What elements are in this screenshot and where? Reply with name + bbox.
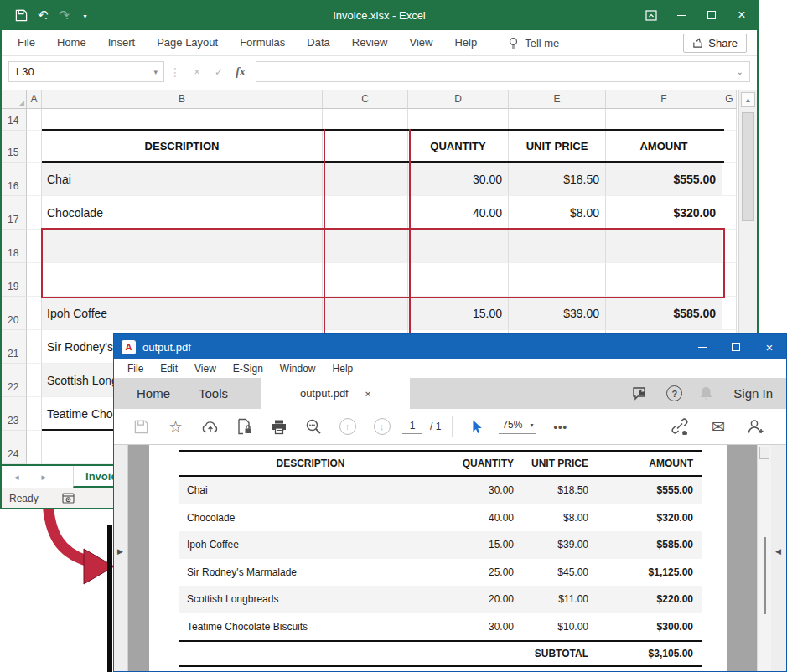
pdf-menu-view[interactable]: View — [186, 363, 225, 375]
share-cloud-button[interactable] — [193, 419, 227, 435]
pdf-scroll-up-button[interactable] — [759, 447, 769, 459]
cell-D20[interactable]: 15.00 — [408, 297, 509, 330]
star-favorite-button[interactable]: ☆ — [158, 419, 193, 435]
more-tools-button[interactable]: ••• — [553, 421, 567, 433]
cell-B20[interactable]: Ipoh Coffee — [42, 297, 323, 330]
save-icon[interactable] — [15, 9, 28, 22]
row-header-19[interactable]: 19 — [2, 263, 27, 297]
macro-record-button[interactable] — [62, 493, 75, 504]
pdf-menu-file[interactable]: File — [119, 363, 152, 375]
name-box[interactable]: L30 ▾ — [8, 61, 164, 82]
ribbon-tab-formulas[interactable]: Formulas — [229, 30, 296, 55]
right-panel-strip[interactable]: ◀ — [771, 445, 786, 671]
column-header-C[interactable]: C — [323, 90, 408, 109]
previous-page-button[interactable]: ↑ — [330, 418, 365, 435]
excel-minimize-button[interactable] — [666, 0, 696, 30]
select-tool-button[interactable] — [463, 419, 489, 435]
scroll-up-button[interactable]: ▲ — [741, 92, 755, 107]
cell-F17[interactable]: $320.00 — [606, 196, 722, 230]
column-header-F[interactable]: F — [606, 90, 722, 109]
sign-in-button[interactable]: Sign In — [733, 386, 773, 401]
row-header-21[interactable]: 21 — [2, 330, 27, 364]
ribbon-tab-data[interactable]: Data — [296, 30, 340, 55]
row-header-15[interactable]: 15 — [2, 131, 27, 163]
formula-cancel-button[interactable]: × — [186, 61, 208, 82]
cell-A21[interactable] — [27, 330, 42, 364]
cell-D17[interactable]: 40.00 — [408, 196, 509, 230]
ribbon-tab-view[interactable]: View — [398, 30, 443, 55]
cell-C18[interactable] — [323, 230, 408, 263]
email-icon[interactable]: ✉ — [712, 419, 725, 435]
cell-B18[interactable] — [42, 230, 323, 263]
cell-D14[interactable] — [408, 109, 509, 131]
cell-G19[interactable] — [722, 263, 737, 297]
pdf-vertical-scrollbar[interactable] — [757, 445, 771, 671]
cell-B14[interactable] — [42, 109, 323, 131]
page-number-input[interactable]: 1 — [402, 420, 422, 434]
cell-G17[interactable] — [722, 196, 737, 230]
share-link-icon[interactable] — [670, 418, 690, 435]
tab-document[interactable]: output.pdf × — [261, 378, 410, 409]
notifications-bell-icon[interactable] — [699, 385, 713, 401]
cell-F18[interactable] — [606, 230, 722, 263]
zoom-level-dropdown[interactable]: 75% ▾ — [499, 419, 536, 434]
cell-E14[interactable] — [509, 109, 606, 131]
save-button[interactable] — [124, 419, 158, 435]
row-header-14[interactable]: 14 — [2, 109, 27, 131]
tab-tools[interactable]: Tools — [184, 386, 242, 401]
cell-F14[interactable] — [606, 109, 722, 131]
formula-enter-button[interactable]: ✓ — [208, 61, 230, 82]
pdf-menu-edit[interactable]: Edit — [152, 363, 186, 375]
cell-A18[interactable] — [27, 230, 42, 263]
cell-A15[interactable] — [27, 131, 42, 163]
cell-F19[interactable] — [606, 263, 722, 297]
close-document-icon[interactable]: × — [365, 389, 370, 399]
excel-close-button[interactable]: × — [727, 0, 757, 30]
secure-document-button[interactable] — [227, 418, 261, 435]
cell-E20[interactable]: $39.00 — [509, 297, 606, 330]
ribbon-tab-help[interactable]: Help — [443, 30, 488, 55]
insert-function-button[interactable]: fx — [230, 61, 251, 82]
column-header-E[interactable]: E — [509, 90, 606, 109]
pdf-scrollbar-thumb[interactable] — [764, 537, 766, 614]
ribbon-tab-review[interactable]: Review — [341, 30, 399, 55]
row-header-18[interactable]: 18 — [2, 230, 27, 263]
column-header-G[interactable]: G — [722, 90, 737, 109]
help-button[interactable]: ? — [666, 385, 682, 401]
cell-A16[interactable] — [27, 163, 42, 196]
cell-G20[interactable] — [722, 297, 737, 330]
sheet-prev-button[interactable]: ◂ — [14, 472, 19, 483]
pdf-menu-window[interactable]: Window — [272, 363, 324, 375]
cell-A22[interactable] — [27, 364, 42, 397]
cell-G16[interactable] — [722, 163, 737, 196]
cell-B19[interactable] — [42, 263, 323, 297]
cell-G14[interactable] — [722, 109, 737, 131]
cell-G18[interactable] — [722, 230, 737, 263]
cell-E18[interactable] — [509, 230, 606, 263]
tell-me-button[interactable]: Tell me — [508, 37, 559, 49]
ribbon-display-options-button[interactable] — [636, 0, 666, 30]
ribbon-tab-insert[interactable]: Insert — [97, 30, 147, 55]
cell-C16[interactable] — [323, 163, 408, 196]
cell-D18[interactable] — [408, 230, 509, 263]
row-header-23[interactable]: 23 — [2, 397, 27, 431]
tab-home[interactable]: Home — [122, 386, 184, 401]
pdf-minimize-button[interactable] — [686, 334, 719, 359]
cell-B17[interactable]: Chocolade — [42, 196, 323, 230]
cell-C15[interactable] — [323, 131, 408, 163]
cell-A17[interactable] — [27, 196, 42, 230]
pdf-close-button[interactable]: × — [753, 334, 786, 359]
customize-quick-access-button[interactable]: ▾ — [82, 13, 89, 18]
cell-C20[interactable] — [323, 297, 408, 330]
cell-G15[interactable] — [722, 131, 737, 163]
cell-E19[interactable] — [509, 263, 606, 297]
cell-A19[interactable] — [27, 263, 42, 297]
redo-button[interactable]: ↷⌄ — [59, 8, 70, 23]
ribbon-tab-home[interactable]: Home — [46, 30, 97, 55]
pdf-menu-help[interactable]: Help — [324, 363, 362, 375]
print-button[interactable] — [261, 419, 296, 435]
cell-A14[interactable] — [27, 109, 42, 131]
next-page-button[interactable]: ↓ — [365, 418, 399, 435]
sheet-next-button[interactable]: ▸ — [42, 472, 47, 483]
row-header-16[interactable]: 16 — [2, 163, 27, 196]
